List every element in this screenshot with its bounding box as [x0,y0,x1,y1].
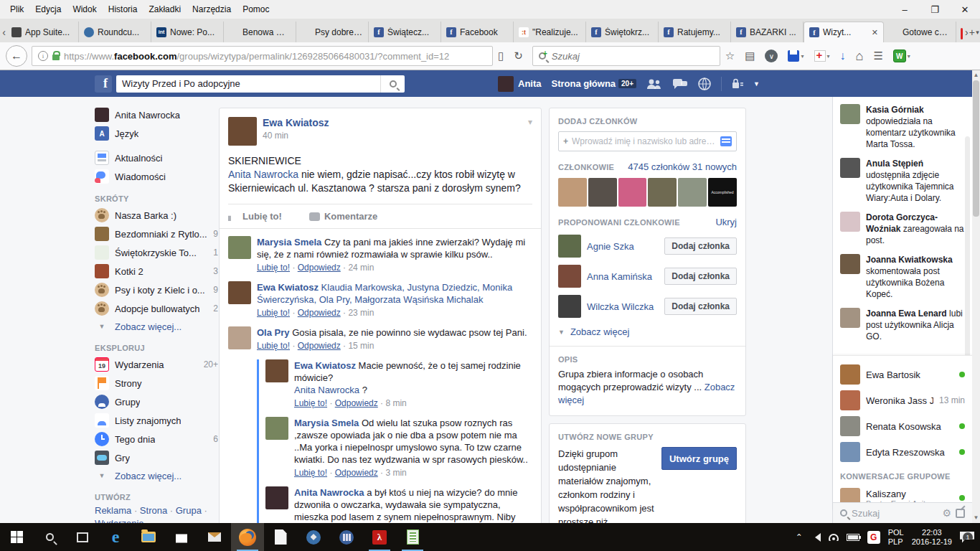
menu-item[interactable]: Narzędzia [187,2,237,17]
ticker-item[interactable]: Kasia Górniak odpowiedziała na komentarz… [840,104,965,150]
windows-store-icon[interactable] [165,523,198,551]
new-message-icon[interactable] [956,509,965,518]
sidebar-item[interactable]: Anita Nawrocka [95,105,218,124]
browser-tab[interactable]: Świętokrz... [586,22,659,42]
member-photo[interactable] [678,178,707,207]
comment-like-link[interactable]: Lubię to! [294,398,327,408]
facebook-search-input[interactable] [116,78,380,89]
menu-hamburger-icon[interactable]: ☰ [873,50,882,62]
libreoffice-impress-icon[interactable] [330,523,363,551]
browser-tab[interactable]: Wizyt... ✕ [804,22,884,42]
page-info-icon[interactable]: i [38,51,48,61]
create-link[interactable]: Strona [140,505,167,516]
new-tab-button[interactable]: + [969,22,975,42]
chat-contact-row[interactable]: Renata Kosowska [840,413,965,439]
menu-item[interactable]: Plik [4,2,29,17]
bookmark-star-icon[interactable]: ☆ [725,50,735,62]
avatar[interactable] [265,417,288,440]
mention-link[interactable]: Anita Nawrocka [294,385,359,395]
create-link[interactable]: Reklama [95,505,131,516]
avatar[interactable] [228,117,257,146]
maximize-button[interactable]: ❐ [920,0,950,19]
post-options-caret-icon[interactable]: ▾ [528,117,532,127]
member-photo[interactable]: Accomplished [708,178,737,207]
comment-author-link[interactable]: Ola Pry [257,327,290,338]
tab-scroll-left-button[interactable]: ‹ [1,22,6,42]
chat-contact-row[interactable]: Edyta Rzeszowska [840,439,965,465]
browser-search-input[interactable] [550,50,694,62]
menu-item[interactable]: Edycja [29,2,67,17]
volume-icon[interactable] [811,533,821,542]
clock[interactable]: 22:032016-12-19 [912,528,952,547]
sidebar-item[interactable]: Wiadomości [95,167,218,186]
tray-expand-icon[interactable]: ⌃ [796,532,803,542]
wifi-icon[interactable] [829,534,839,541]
avatar[interactable] [558,295,581,318]
notifications-globe-icon[interactable] [698,77,711,90]
sidebar-item[interactable]: Bezdomniaki z Rytlo... 9 [95,225,218,243]
sidebar-item[interactable]: Aktualności [95,149,218,167]
proposed-member-name-link[interactable]: Wilczka Wilczka [587,301,659,312]
chat-contact-row[interactable]: Weronika Jass J... 13 min [840,387,965,413]
avatar[interactable] [558,235,581,258]
avatar[interactable] [265,359,288,382]
mail-icon[interactable] [198,523,231,551]
member-photo[interactable] [558,178,587,207]
sidebar-item[interactable]: Kotki 2 3 [95,262,218,281]
close-button[interactable]: ✕ [950,0,980,19]
add-member-button[interactable]: Dodaj członka [664,237,737,255]
comment-reply-link[interactable]: Odpowiedz [335,398,378,408]
friend-requests-icon[interactable] [646,78,662,90]
facebook-logo[interactable]: f [95,75,112,93]
edge-icon[interactable]: e [99,523,132,551]
task-view-icon[interactable] [66,523,99,551]
home-link[interactable]: Strona główna 20+ [552,78,637,89]
avatar[interactable] [265,486,288,509]
menu-item[interactable]: Widok [67,2,102,17]
member-photo[interactable] [648,178,677,207]
comment-like-link[interactable]: Lubię to! [257,341,290,351]
wot-extension-icon[interactable]: W▾ [893,50,910,62]
browser-search-box[interactable] [532,46,720,66]
messages-icon[interactable] [672,78,688,90]
import-contacts-icon[interactable] [720,136,732,146]
browser-tab[interactable]: Świątecz... [369,22,441,42]
hide-link[interactable]: Ukryj [715,217,737,227]
adobe-reader-icon[interactable]: λ [363,523,396,551]
comment-author-link[interactable]: Marysia Smela [294,418,359,428]
avatar[interactable] [228,326,251,349]
reload-icon[interactable]: ↻ [514,50,523,62]
file-explorer-icon[interactable] [132,523,165,551]
create-link[interactable]: Wydarzenie [95,518,144,523]
gdata-antivirus-icon[interactable]: G [867,531,880,544]
browser-tab[interactable]: Gotowe certy... [884,22,956,42]
sidebar-item[interactable]: Tego dnia 6 [95,430,218,448]
minimize-button[interactable]: – [890,0,920,19]
libreoffice-draw-icon[interactable] [297,523,330,551]
menu-item[interactable]: Historia [103,2,143,17]
battery-icon[interactable] [847,534,859,541]
menu-item[interactable]: Pomoc [237,2,275,17]
tab-close-icon[interactable]: ✕ [872,28,878,37]
browser-tab[interactable]: App Suite... [6,22,79,42]
ticker-item[interactable]: Anula Stępień udostępniła zdjęcie użytko… [840,158,965,204]
post-author-link[interactable]: Ewa Kwiatosz [263,117,329,128]
pocket-icon[interactable]: ∨ [765,50,778,62]
add-member-button[interactable]: Dodaj członka [664,298,737,315]
sidebar-item[interactable]: Język [95,124,218,143]
comment-like-link[interactable]: Lubię to! [294,468,327,478]
comment-button[interactable]: Komentarze [309,211,377,222]
browser-tab[interactable]: Psy dobre do ... [296,22,369,42]
chat-settings-gear-icon[interactable]: ⚙ [942,507,951,519]
add-member-button[interactable]: Dodaj członka [664,268,737,285]
page-scrollbar[interactable]: ▲ ▼ [972,70,980,523]
firefox-taskbar-icon[interactable] [231,523,264,551]
save-page-icon[interactable]: ▾ [788,50,804,62]
post-timestamp[interactable]: 40 min [263,131,329,141]
reading-list-icon[interactable]: ▯ [498,50,504,62]
comment-author-link[interactable]: Anita Nawrocka [294,487,364,498]
tab-list-button[interactable]: ▾ [975,22,980,42]
browser-tab[interactable]: Ratujemy... [659,22,731,42]
comment-like-link[interactable]: Lubię to! [257,263,290,273]
browser-tab[interactable]: Roundcu... [79,22,151,42]
